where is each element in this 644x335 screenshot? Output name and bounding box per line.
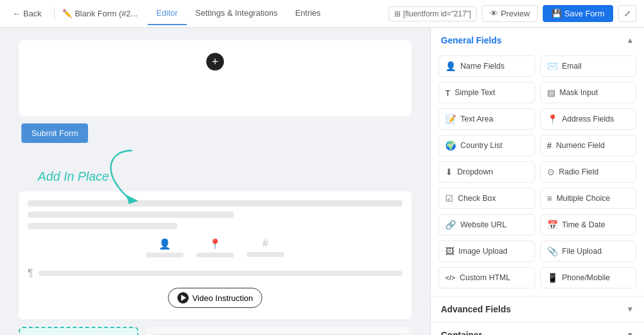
fields-grid: 👤 Name Fields ✉️ Email T Simple Text ▤ M… [431, 53, 644, 296]
file-field-icon: 📎 [547, 246, 558, 256]
field-phone-mobile[interactable]: 📱 Phone/Mobile [540, 267, 637, 288]
placeholder-line-1 [28, 200, 402, 207]
placeholder-icon-line-1 [146, 253, 184, 258]
person-icon: 👤 [146, 238, 184, 250]
field-mask-input[interactable]: ▤ Mask Input [540, 82, 637, 103]
nav-divider [54, 8, 55, 20]
tab-editor[interactable]: Editor [148, 2, 187, 25]
country-field-icon: 🌍 [445, 140, 456, 150]
container-section: Container ▼ [431, 322, 644, 335]
field-file-upload[interactable]: 📎 File Upload [540, 241, 637, 262]
field-label: Check Box [458, 194, 496, 203]
image-field-icon: 🖼 [445, 246, 454, 256]
placeholder-icons-row: 👤 📍 # [28, 234, 402, 261]
html-field-icon: </> [445, 274, 455, 281]
save-button[interactable]: 💾 Save Form [543, 5, 613, 22]
preview-button[interactable]: 👁 Preview [482, 5, 538, 22]
container-header[interactable]: Container ▼ [431, 322, 644, 335]
eye-icon: 👁 [490, 9, 498, 18]
date-field-icon: 📅 [547, 220, 558, 230]
placeholder-icon-line-2 [196, 253, 234, 258]
field-simple-text[interactable]: T Simple Text [438, 82, 535, 103]
field-label: Text Area [460, 115, 493, 123]
address-field-icon: 📍 [547, 114, 558, 124]
advanced-fields-section: Advanced Fields ▼ [431, 297, 644, 322]
placeholder-icon-number: # [247, 238, 284, 258]
field-label: Email [562, 62, 582, 71]
field-name-fields[interactable]: 👤 Name Fields [438, 55, 535, 77]
field-label: Numeric Field [556, 141, 604, 150]
drag-preview-area: ▦ ☝ [19, 327, 411, 335]
general-fields-section: General Fields ▲ 👤 Name Fields ✉️ Email … [431, 28, 644, 297]
field-label: File Upload [562, 247, 602, 256]
add-field-button[interactable]: + [206, 53, 224, 71]
field-image-upload[interactable]: 🖼 Image Upload [438, 241, 535, 262]
placeholder-line-3 [28, 223, 177, 229]
drag-drop-zone[interactable]: ▦ ☝ [19, 327, 138, 335]
placeholder-line-2 [28, 212, 234, 218]
placeholder-card: 👤 📍 # ¶ [19, 191, 411, 319]
submit-form-button[interactable]: Submit Form [21, 123, 88, 143]
checkbox-field-icon: ☑ [445, 193, 453, 203]
back-arrow-icon: ← [13, 9, 21, 18]
field-text-area[interactable]: 📝 Text Area [438, 108, 535, 130]
main-layout: + Submit Form Add In Place 👤 [0, 28, 644, 335]
field-numeric-field[interactable]: # Numeric Field [540, 135, 637, 156]
shortcode-display[interactable]: ⊞ [fluentform id="217"] [389, 6, 477, 21]
advanced-fields-header[interactable]: Advanced Fields ▼ [431, 297, 644, 322]
field-radio-field[interactable]: ⊙ Radio Field [540, 161, 637, 183]
field-country-list[interactable]: 🌍 Country List [438, 135, 535, 156]
video-instruction-button[interactable]: Video Instruction [168, 288, 263, 308]
field-time-date[interactable]: 📅 Time & Date [540, 214, 637, 236]
field-label: Multiple Choice [557, 194, 610, 203]
field-label: Radio Field [559, 168, 599, 176]
field-check-box[interactable]: ☑ Check Box [438, 188, 535, 209]
field-label: Image Upload [458, 247, 508, 256]
field-address-fields[interactable]: 📍 Address Fields [540, 108, 637, 130]
code-icon: ⊞ [394, 9, 401, 18]
tab-settings[interactable]: Settings & Integrations [187, 2, 287, 25]
placeholder-line-4 [38, 271, 402, 276]
expand-button[interactable]: ⤢ [618, 5, 636, 22]
field-label: Address Fields [562, 115, 614, 123]
tab-entries[interactable]: Entries [286, 2, 329, 25]
placeholder-icon-name: 👤 [146, 238, 184, 258]
text-field-icon: T [445, 88, 450, 98]
person-field-icon: 👤 [445, 61, 456, 71]
top-nav: ← Back ✏️ Blank Form (#2... Editor Setti… [0, 0, 644, 28]
field-email[interactable]: ✉️ Email [540, 55, 637, 77]
field-label: Name Fields [460, 62, 504, 71]
paragraph-icon: ¶ [28, 268, 33, 279]
numeric-field-icon: # [547, 140, 552, 150]
play-triangle-icon [181, 295, 186, 301]
field-label: Mask Input [560, 88, 598, 97]
form-title: ✏️ Blank Form (#2... [62, 9, 138, 18]
chevron-down-icon-advanced: ▼ [626, 305, 634, 314]
field-website-url[interactable]: 🔗 Website URL [438, 214, 535, 236]
right-panel: General Fields ▲ 👤 Name Fields ✉️ Email … [430, 28, 644, 335]
email-field-icon: ✉️ [547, 61, 558, 71]
field-dropdown[interactable]: ⬇ Dropdown [438, 161, 535, 183]
general-fields-header[interactable]: General Fields ▲ [431, 28, 644, 53]
paragraph-row: ¶ [28, 266, 402, 280]
field-multiple-choice[interactable]: ≡ Multiple Choice [540, 188, 637, 209]
field-label: Country List [460, 141, 502, 150]
field-label: Custom HTML [460, 273, 511, 282]
form-canvas: + [19, 40, 411, 116]
add-arrow-icon [94, 144, 176, 207]
mask-field-icon: ▤ [547, 88, 555, 98]
back-label: Back [23, 9, 42, 18]
field-label: Phone/Mobile [562, 273, 610, 282]
field-label: Website URL [460, 220, 506, 229]
location-icon: 📍 [196, 238, 234, 250]
video-btn-row: Video Instruction [28, 285, 402, 310]
nav-tabs: Editor Settings & Integrations Entries [148, 2, 330, 25]
editor-area: + Submit Form Add In Place 👤 [0, 28, 430, 335]
back-button[interactable]: ← Back [8, 6, 47, 21]
field-custom-html[interactable]: </> Custom HTML [438, 267, 535, 288]
placeholder-icon-location: 📍 [196, 238, 234, 258]
submit-row: Submit Form [19, 123, 411, 143]
hash-icon: # [247, 238, 284, 249]
edit-icon: ✏️ [62, 9, 72, 18]
advanced-fields-label: Advanced Fields [441, 304, 511, 314]
